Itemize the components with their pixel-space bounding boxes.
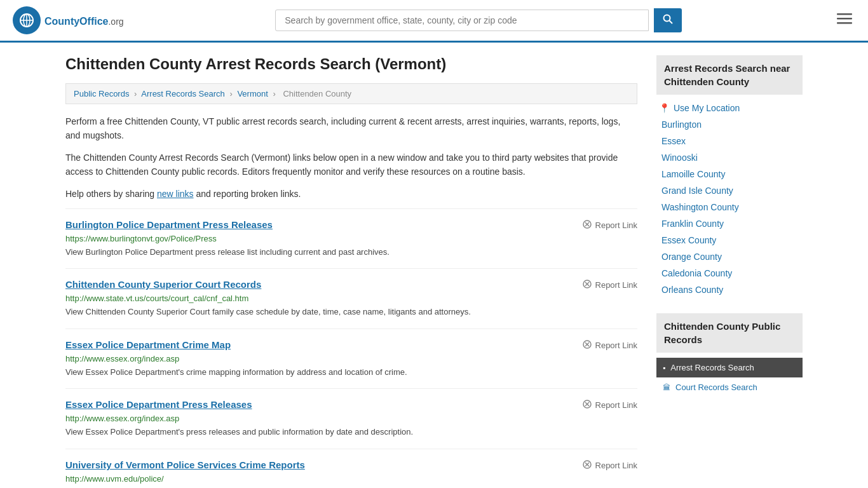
header: CountyOffice.org	[0, 0, 868, 43]
sidebar-nearby-item-10: Orleans County	[659, 281, 800, 298]
search-input[interactable]	[275, 10, 649, 31]
new-links-link[interactable]: new links	[157, 189, 194, 199]
location-pin-icon: 📍	[659, 103, 670, 113]
sidebar-nearby-item-1: Essex	[659, 133, 800, 149]
link-url-4: http://www.uvm.edu/police/	[65, 474, 637, 484]
sidebar-nearby-link-3[interactable]: Lamoille County	[661, 169, 725, 179]
sidebar-public-records-title: Chittenden County Public Records	[656, 313, 803, 353]
link-entries: Burlington Police Department Press Relea…	[65, 208, 637, 488]
link-entry: Chittenden County Superior Court Records…	[65, 268, 637, 329]
breadcrumb-current: Chittenden County	[283, 89, 351, 98]
svg-rect-8	[837, 18, 852, 20]
sidebar-nearby-link-1[interactable]: Essex	[661, 136, 686, 146]
nav-icon-1: 🏛	[663, 383, 670, 392]
nav-icon-0: ▪	[663, 363, 665, 372]
report-link-label-0: Report Link	[595, 220, 637, 230]
logo-icon	[13, 6, 41, 34]
content-area: Chittenden County Arrest Records Search …	[65, 55, 637, 488]
report-icon-4	[582, 459, 592, 471]
link-title-4[interactable]: University of Vermont Police Services Cr…	[65, 459, 305, 470]
logo-text: CountyOffice.org	[44, 13, 124, 28]
svg-point-5	[664, 15, 670, 22]
report-link-label-1: Report Link	[595, 280, 637, 290]
sidebar-nearby-link-10[interactable]: Orleans County	[661, 285, 723, 295]
link-url-3: http://www.essex.org/index.asp	[65, 414, 637, 423]
sidebar-nearby-item-9: Caledonia County	[659, 265, 800, 281]
link-title-2[interactable]: Essex Police Department Crime Map	[65, 339, 231, 350]
link-entry: University of Vermont Police Services Cr…	[65, 449, 637, 488]
search-button[interactable]	[654, 8, 682, 32]
report-link-0[interactable]: Report Link	[582, 219, 637, 231]
sidebar-nearby-link-5[interactable]: Washington County	[661, 202, 739, 212]
link-title-1[interactable]: Chittenden County Superior Court Records	[65, 279, 261, 290]
sidebar-nav: ▪ Arrest Records Search 🏛 Court Records …	[656, 358, 803, 397]
sidebar-nearby-link-7[interactable]: Essex County	[661, 235, 716, 245]
menu-button[interactable]	[834, 9, 855, 32]
sidebar-nearby-section: Arrest Records Search near Chittenden Co…	[656, 55, 803, 298]
report-icon-1	[582, 279, 592, 291]
logo-area: CountyOffice.org	[13, 6, 124, 34]
link-desc-2: View Essex Police Department's crime map…	[65, 366, 637, 379]
description-para2: The Chittenden County Arrest Records Sea…	[65, 151, 637, 179]
sidebar-nearby-item-4: Grand Isle County	[659, 182, 800, 199]
svg-rect-7	[837, 13, 852, 15]
use-location[interactable]: 📍 Use My Location	[656, 100, 803, 116]
sidebar-nearby-list: BurlingtonEssexWinooskiLamoille CountyGr…	[656, 116, 803, 298]
sidebar-nav-link-0[interactable]: Arrest Records Search	[670, 363, 754, 372]
description-para3: Help others by sharing new links and rep…	[65, 187, 637, 201]
breadcrumb: Public Records › Arrest Records Search ›…	[65, 83, 637, 104]
svg-line-6	[670, 21, 673, 24]
link-desc-1: View Chittenden County Superior Court fa…	[65, 306, 637, 318]
sidebar-nav-item-1[interactable]: 🏛 Court Records Search	[656, 377, 803, 397]
report-icon-2	[582, 339, 592, 351]
report-link-3[interactable]: Report Link	[582, 399, 637, 411]
link-title-3[interactable]: Essex Police Department Press Releases	[65, 399, 252, 410]
use-location-link[interactable]: Use My Location	[674, 103, 740, 113]
sidebar-nearby-title: Arrest Records Search near Chittenden Co…	[656, 55, 803, 95]
report-icon-3	[582, 399, 592, 411]
report-link-label-2: Report Link	[595, 341, 637, 350]
svg-rect-9	[837, 22, 852, 24]
description-para1: Perform a free Chittenden County, VT pub…	[65, 114, 637, 143]
sidebar-nearby-link-9[interactable]: Caledonia County	[661, 268, 732, 278]
sidebar-nearby-item-7: Essex County	[659, 232, 800, 248]
page-title: Chittenden County Arrest Records Search …	[65, 55, 637, 73]
header-right	[834, 9, 855, 32]
sidebar-nearby-item-2: Winooski	[659, 149, 800, 166]
report-link-label-3: Report Link	[595, 400, 637, 410]
sidebar-nearby-item-5: Washington County	[659, 199, 800, 215]
link-url-2: http://www.essex.org/index.asp	[65, 354, 637, 363]
sidebar-nearby-link-6[interactable]: Franklin County	[661, 219, 724, 229]
sidebar-nav-link-1[interactable]: Court Records Search	[675, 383, 757, 392]
link-entry: Burlington Police Department Press Relea…	[65, 208, 637, 269]
breadcrumb-arrest-records[interactable]: Arrest Records Search	[141, 89, 225, 98]
sidebar-nearby-link-0[interactable]: Burlington	[661, 119, 702, 130]
report-link-2[interactable]: Report Link	[582, 339, 637, 351]
report-icon-0	[582, 219, 592, 231]
link-url-0: https://www.burlingtonvt.gov/Police/Pres…	[65, 234, 637, 243]
breadcrumb-vermont[interactable]: Vermont	[237, 89, 268, 98]
sidebar-nearby-item-8: Orange County	[659, 248, 800, 265]
main-container: Chittenden County Arrest Records Search …	[53, 43, 815, 488]
sidebar-nearby-link-2[interactable]: Winooski	[661, 152, 698, 163]
search-area	[275, 8, 682, 32]
sidebar-nearby-link-4[interactable]: Grand Isle County	[661, 186, 733, 196]
sidebar-nearby-item-3: Lamoille County	[659, 166, 800, 182]
sidebar-nearby-item-0: Burlington	[659, 116, 800, 133]
report-link-1[interactable]: Report Link	[582, 279, 637, 291]
sidebar-nearby-item-6: Franklin County	[659, 215, 800, 232]
sidebar-nearby-link-8[interactable]: Orange County	[661, 252, 722, 262]
sidebar: Arrest Records Search near Chittenden Co…	[656, 55, 803, 488]
link-entry: Essex Police Department Crime Map Report…	[65, 329, 637, 389]
breadcrumb-public-records[interactable]: Public Records	[74, 89, 129, 98]
link-desc-0: View Burlington Police Department press …	[65, 246, 637, 259]
link-url-1: http://www.state.vt.us/courts/court_cal/…	[65, 294, 637, 303]
sidebar-public-records-section: Chittenden County Public Records ▪ Arres…	[656, 313, 803, 397]
report-link-4[interactable]: Report Link	[582, 459, 637, 471]
link-desc-3: View Essex Police Department's press rel…	[65, 426, 637, 438]
link-entry: Essex Police Department Press Releases R…	[65, 388, 637, 449]
link-title-0[interactable]: Burlington Police Department Press Relea…	[65, 219, 273, 230]
sidebar-nav-item-0[interactable]: ▪ Arrest Records Search	[656, 358, 803, 377]
report-link-label-4: Report Link	[595, 461, 637, 470]
